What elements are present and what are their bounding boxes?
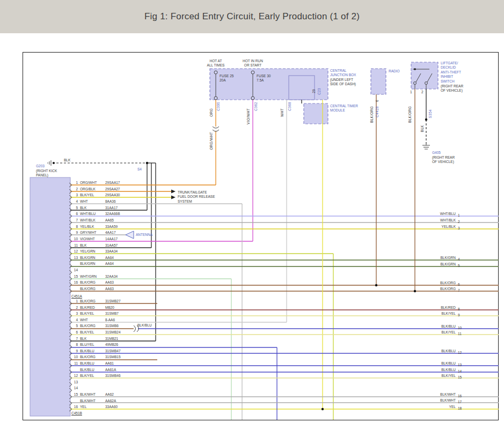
ground-icon-g203 <box>48 160 55 166</box>
junction-inner-connector <box>289 76 315 100</box>
diagram-canvas: HOT AT ALL TIMES HOT IN RUN OR START FUS… <box>23 52 499 420</box>
left-connector-block <box>30 177 70 416</box>
page-title: Fig 1: Forced Entry Circuit, Early Produ… <box>144 11 360 22</box>
arrow-icons <box>171 190 176 199</box>
wiring-svg <box>23 53 500 421</box>
wire-lines <box>53 89 499 420</box>
ground-icon-g405 <box>422 144 430 149</box>
component-boxes <box>30 62 438 416</box>
antenna-icon <box>126 231 134 239</box>
central-timer-module-box <box>304 103 328 124</box>
figure-title-bar: Fig 1: Forced Entry Circuit, Early Produ… <box>0 0 504 33</box>
radio-box <box>371 69 386 94</box>
wiring-diagram-page: Fig 1: Forced Entry Circuit, Early Produ… <box>0 0 504 430</box>
